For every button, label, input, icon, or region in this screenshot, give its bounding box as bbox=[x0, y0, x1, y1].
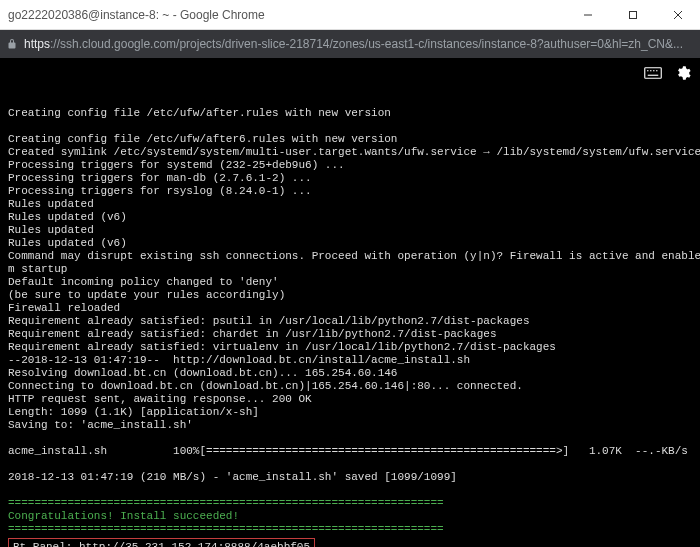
term-line: Connecting to download.bt.cn (download.b… bbox=[8, 380, 523, 392]
term-line: Length: 1099 (1.1K) [application/x-sh] bbox=[8, 406, 259, 418]
term-line: Rules updated (v6) bbox=[8, 237, 127, 249]
keyboard-icon[interactable] bbox=[644, 64, 662, 82]
minimize-button[interactable] bbox=[565, 0, 610, 30]
term-line: Resolving download.bt.cn (download.bt.cn… bbox=[8, 367, 397, 379]
credentials-box: Bt-Panel: http://35.231.152.174:8888/4ae… bbox=[8, 538, 315, 547]
gear-icon[interactable] bbox=[674, 64, 692, 82]
close-button[interactable] bbox=[655, 0, 700, 30]
term-line: Rules updated (v6) bbox=[8, 211, 127, 223]
term-line: 2018-12-13 01:47:19 (210 MB/s) - 'acme_i… bbox=[8, 471, 457, 483]
term-line: (be sure to update your rules accordingl… bbox=[8, 289, 285, 301]
term-line: Saving to: 'acme_install.sh' bbox=[8, 419, 193, 431]
term-line: Processing triggers for man-db (2.7.6.1-… bbox=[8, 172, 312, 184]
ssh-toolbar bbox=[0, 58, 700, 88]
term-line: Command may disrupt existing ssh connect… bbox=[8, 250, 700, 262]
term-line: Firewall reloaded bbox=[8, 302, 120, 314]
term-line: Created symlink /etc/systemd/system/mult… bbox=[8, 146, 700, 158]
success-message: Congratulations! Install succeeded! bbox=[8, 510, 239, 522]
term-line: acme_install.sh 100%[===================… bbox=[8, 445, 700, 457]
window-titlebar: go2222020386@instance-8: ~ - Google Chro… bbox=[0, 0, 700, 30]
term-line: Requirement already satisfied: virtualen… bbox=[8, 341, 556, 353]
term-line: Default incoming policy changed to 'deny… bbox=[8, 276, 279, 288]
url-text: https://ssh.cloud.google.com/projects/dr… bbox=[24, 37, 694, 51]
term-line: Processing triggers for systemd (232-25+… bbox=[8, 159, 345, 171]
term-line: HTTP request sent, awaiting response... … bbox=[8, 393, 312, 405]
maximize-button[interactable] bbox=[610, 0, 655, 30]
url-bar[interactable]: https://ssh.cloud.google.com/projects/dr… bbox=[0, 30, 700, 58]
term-line: Requirement already satisfied: chardet i… bbox=[8, 328, 496, 340]
svg-rect-1 bbox=[629, 11, 636, 18]
term-line: Creating config file /etc/ufw/after.rule… bbox=[8, 107, 391, 119]
terminal-output[interactable]: Creating config file /etc/ufw/after.rule… bbox=[0, 88, 700, 547]
lock-icon bbox=[6, 38, 18, 50]
term-line: Creating config file /etc/ufw/after6.rul… bbox=[8, 133, 397, 145]
window-title: go2222020386@instance-8: ~ - Google Chro… bbox=[8, 8, 565, 22]
term-line: Rules updated bbox=[8, 198, 94, 210]
term-line: m startup bbox=[8, 263, 67, 275]
term-line: --2018-12-13 01:47:19-- http://download.… bbox=[8, 354, 470, 366]
term-line: Requirement already satisfied: psutil in… bbox=[8, 315, 530, 327]
separator: ========================================… bbox=[8, 497, 444, 509]
term-line: Processing triggers for rsyslog (8.24.0-… bbox=[8, 185, 312, 197]
term-line: Rules updated bbox=[8, 224, 94, 236]
svg-rect-4 bbox=[645, 68, 662, 79]
separator: ========================================… bbox=[8, 523, 444, 535]
panel-url: Bt-Panel: http://35.231.152.174:8888/4ae… bbox=[13, 541, 310, 547]
